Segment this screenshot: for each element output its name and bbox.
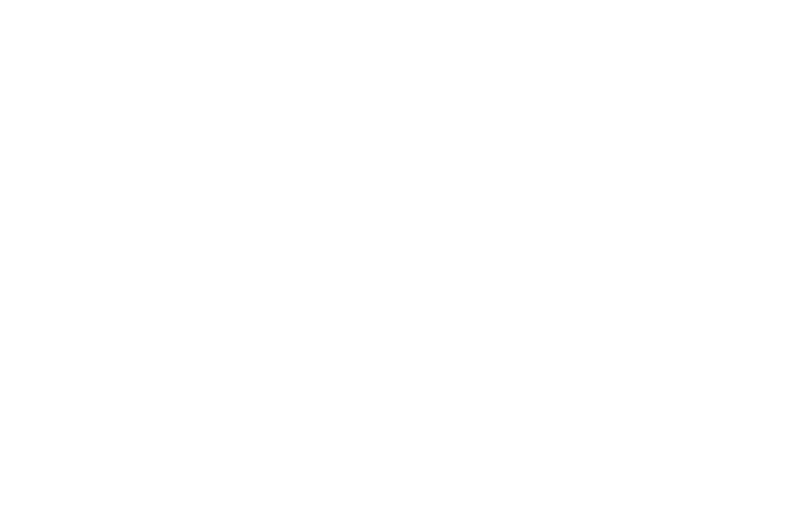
page-title	[59, 3, 684, 21]
ionogram-canvas	[59, 32, 684, 462]
ionogram-page	[0, 0, 799, 532]
